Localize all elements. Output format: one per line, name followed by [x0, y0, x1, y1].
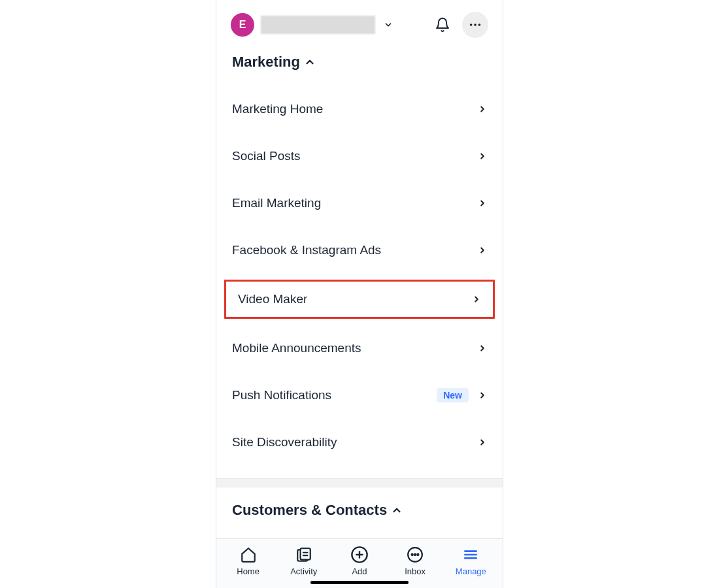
- nav-label: Manage: [456, 566, 486, 576]
- account-name-redacted[interactable]: [261, 16, 375, 34]
- menu-item-site-discoverability[interactable]: Site Discoverability: [220, 425, 499, 460]
- app-screen: E Marketing Marketing Home Social Posts: [216, 0, 503, 588]
- home-icon: [240, 546, 257, 563]
- menu-item-label: Site Discoverability: [232, 435, 337, 449]
- header-bar: E: [216, 0, 503, 44]
- svg-point-11: [412, 554, 413, 555]
- avatar-initial: E: [239, 19, 246, 31]
- chevron-up-icon: [304, 56, 316, 68]
- ellipsis-icon: [468, 18, 482, 32]
- new-badge: New: [437, 388, 469, 402]
- section-title: Customers & Contacts: [232, 502, 387, 519]
- activity-icon: [295, 546, 312, 563]
- menu-item-label: Video Maker: [238, 292, 307, 306]
- menu-item-marketing-home[interactable]: Marketing Home: [220, 91, 499, 127]
- menu-icon: [462, 546, 479, 563]
- menu-item-email-marketing[interactable]: Email Marketing: [220, 186, 499, 221]
- nav-label: Home: [237, 566, 259, 576]
- menu-item-push-notifications[interactable]: Push Notifications New: [220, 378, 499, 413]
- marketing-menu: Marketing Home Social Posts Email Market…: [216, 84, 503, 478]
- more-button[interactable]: [462, 12, 488, 38]
- nav-label: Activity: [290, 566, 317, 576]
- menu-item-label: Marketing Home: [232, 102, 323, 116]
- bell-icon: [435, 17, 450, 33]
- plus-circle-icon: [350, 546, 369, 564]
- chevron-right-icon: [478, 246, 487, 255]
- chevron-right-icon: [478, 438, 487, 447]
- menu-item-label: Facebook & Instagram Ads: [232, 243, 381, 257]
- svg-point-12: [414, 554, 416, 555]
- chevron-right-icon: [478, 391, 487, 400]
- chevron-right-icon: [478, 152, 487, 161]
- svg-point-13: [417, 554, 418, 555]
- chevron-right-icon: [478, 105, 487, 114]
- section-title: Marketing: [232, 54, 300, 71]
- svg-rect-4: [300, 548, 310, 559]
- nav-manage[interactable]: Manage: [447, 546, 494, 576]
- notifications-button[interactable]: [429, 12, 456, 38]
- menu-item-fb-ig-ads[interactable]: Facebook & Instagram Ads: [220, 233, 499, 268]
- svg-point-0: [470, 24, 473, 26]
- account-avatar[interactable]: E: [231, 13, 254, 37]
- nav-activity[interactable]: Activity: [280, 546, 327, 576]
- nav-home[interactable]: Home: [225, 546, 272, 576]
- nav-label: Inbox: [405, 566, 426, 576]
- chevron-up-icon: [391, 504, 403, 516]
- menu-item-video-maker[interactable]: Video Maker: [224, 280, 495, 319]
- chevron-right-icon: [478, 199, 487, 208]
- menu-item-label: Mobile Announcements: [232, 341, 361, 355]
- menu-item-mobile-announcements[interactable]: Mobile Announcements: [220, 331, 499, 366]
- svg-point-1: [474, 24, 477, 26]
- section-header-customers[interactable]: Customers & Contacts: [216, 487, 503, 532]
- nav-add[interactable]: Add: [336, 546, 383, 576]
- home-indicator[interactable]: [310, 581, 409, 584]
- account-switcher[interactable]: [382, 18, 395, 31]
- menu-item-label: Push Notifications: [232, 388, 331, 402]
- chevron-right-icon: [472, 295, 481, 304]
- chevron-down-icon: [384, 20, 393, 29]
- bottom-nav: Home Activity Add Inbox Manage: [216, 538, 503, 588]
- menu-item-label: Email Marketing: [232, 196, 321, 210]
- section-header-marketing[interactable]: Marketing: [216, 44, 503, 84]
- section-divider: [216, 478, 503, 487]
- chat-icon: [407, 546, 424, 563]
- chevron-right-icon: [478, 344, 487, 353]
- svg-point-2: [478, 24, 481, 26]
- menu-item-label: Social Posts: [232, 149, 301, 163]
- nav-inbox[interactable]: Inbox: [392, 546, 439, 576]
- menu-item-social-posts[interactable]: Social Posts: [220, 139, 499, 174]
- nav-label: Add: [352, 566, 367, 576]
